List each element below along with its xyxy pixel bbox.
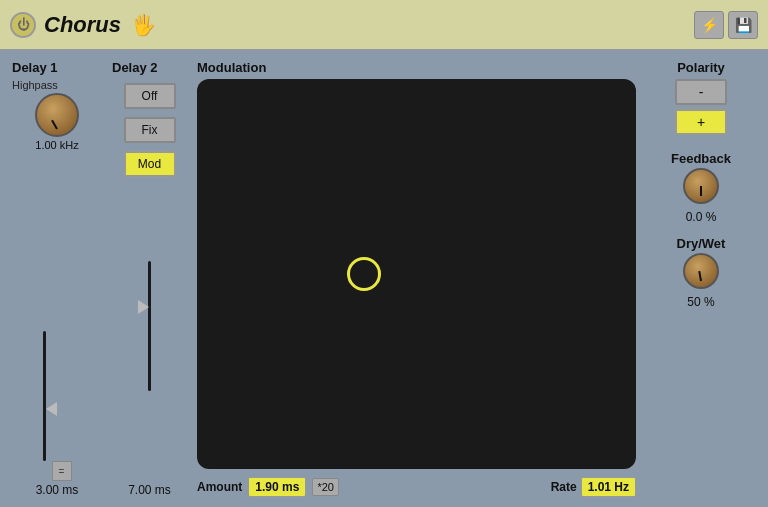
delay1-freq-value: 1.00 kHz: [35, 139, 78, 151]
delay2-track: [148, 261, 151, 391]
power-button[interactable]: ⏻: [10, 12, 36, 38]
delay2-slider[interactable]: [148, 261, 151, 411]
main-area: Delay 1 Highpass 1.00 kHz =: [0, 50, 768, 507]
delay2-slider-area: [148, 181, 151, 481]
polarity-label: Polarity: [677, 60, 725, 75]
delay2-time-value: 7.00 ms: [128, 483, 171, 497]
modulation-controls: Amount 1.90 ms *20 Rate 1.01 Hz: [197, 477, 636, 497]
right-section: Polarity - + Feedback 0.0 % Dry/Wet: [646, 60, 756, 497]
power-icon: ⏻: [17, 17, 30, 32]
drywet-section: Dry/Wet 50 %: [646, 236, 756, 309]
feedback-knob-container: [683, 168, 719, 204]
delay2-mod-button[interactable]: Mod: [124, 151, 176, 177]
rate-label: Rate: [551, 480, 577, 494]
drywet-label: Dry/Wet: [677, 236, 726, 251]
delay1-label: Delay 1: [12, 60, 58, 75]
drywet-knob[interactable]: [683, 253, 719, 289]
save-icon: 💾: [735, 17, 752, 33]
amount-value[interactable]: 1.90 ms: [248, 477, 306, 497]
title-bar: ⏻ Chorus 🖐 ⚡ 💾: [0, 0, 768, 50]
delay2-thumb: [138, 300, 149, 314]
polarity-minus-button[interactable]: -: [675, 79, 727, 105]
rate-value[interactable]: 1.01 Hz: [581, 477, 636, 497]
delay2-fix-button[interactable]: Fix: [124, 117, 176, 143]
mult-value[interactable]: *20: [312, 478, 339, 496]
delay1-sublabel: Highpass: [12, 79, 58, 91]
hand-icon: 🖐: [131, 13, 156, 37]
delay2-section: Delay 2 Off Fix Mod 7.00 ms: [112, 60, 187, 497]
delay2-off-button[interactable]: Off: [124, 83, 176, 109]
knob-indicator: [51, 120, 58, 130]
save-button[interactable]: 💾: [728, 11, 758, 39]
amount-label: Amount: [197, 480, 242, 494]
modulation-section: Modulation Amount 1.90 ms *20 Rate 1.01 …: [197, 60, 636, 497]
eq-button[interactable]: =: [52, 461, 72, 481]
feedback-value: 0.0 %: [686, 210, 717, 224]
feedback-knob-indicator: [700, 186, 702, 196]
delay1-track: [43, 331, 46, 461]
drywet-value: 50 %: [687, 295, 714, 309]
rate-section: Rate 1.01 Hz: [551, 477, 636, 497]
lightning-button[interactable]: ⚡: [694, 11, 724, 39]
drywet-knob-indicator: [698, 271, 702, 281]
lightning-icon: ⚡: [701, 17, 718, 33]
modulation-circle: [347, 257, 381, 291]
delay1-highpass-knob[interactable]: [35, 93, 79, 137]
delay2-label: Delay 2: [112, 60, 158, 75]
delay1-knob-container: 1.00 kHz: [35, 93, 79, 151]
polarity-section: Polarity - +: [646, 60, 756, 139]
plugin-container: ⏻ Chorus 🖐 ⚡ 💾 Delay 1 Highpass 1.00 kHz: [0, 0, 768, 507]
delay1-thumb: [46, 402, 57, 416]
modulation-label: Modulation: [197, 60, 266, 75]
delay1-section: Delay 1 Highpass 1.00 kHz =: [12, 60, 102, 497]
delay1-slider-group: =: [43, 155, 72, 481]
delay1-time-value: 3.00 ms: [36, 483, 79, 497]
delay1-slider[interactable]: [43, 331, 46, 481]
plugin-title: Chorus: [44, 12, 121, 38]
feedback-knob[interactable]: [683, 168, 719, 204]
modulation-display[interactable]: [197, 79, 636, 469]
feedback-section: Feedback 0.0 %: [646, 151, 756, 224]
polarity-plus-button[interactable]: +: [675, 109, 727, 135]
feedback-label: Feedback: [671, 151, 731, 166]
drywet-knob-container: [683, 253, 719, 289]
eq-icon: =: [59, 466, 65, 477]
